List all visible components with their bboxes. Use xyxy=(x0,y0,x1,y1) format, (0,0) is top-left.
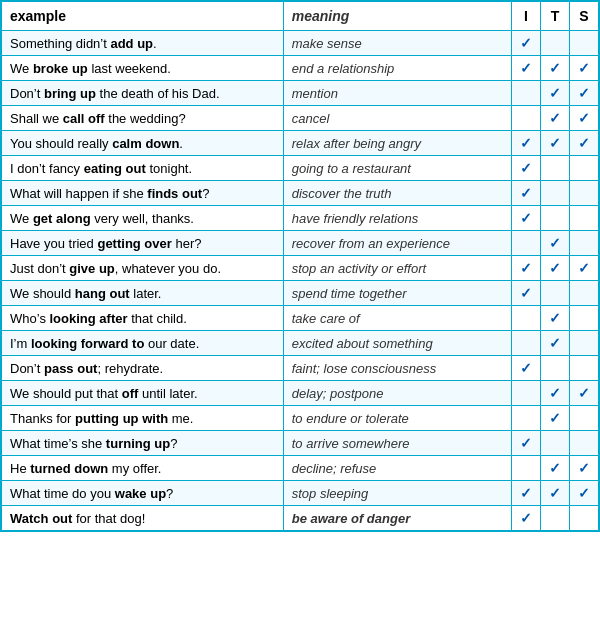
table-row-meaning: spend time together xyxy=(283,281,511,306)
table-row-example: What time’s she turning up? xyxy=(1,431,283,456)
table-row-example: Thanks for putting up with me. xyxy=(1,406,283,431)
table-row-meaning: take care of xyxy=(283,306,511,331)
table-row-s: ✓ xyxy=(569,481,599,506)
table-row-meaning: have friendly relations xyxy=(283,206,511,231)
table-row-example: Something didn’t add up. xyxy=(1,31,283,56)
table-row-example: What will happen if she finds out? xyxy=(1,181,283,206)
table-row-s xyxy=(569,231,599,256)
table-row-t xyxy=(540,356,569,381)
table-row-meaning: end a relationship xyxy=(283,56,511,81)
header-meaning: meaning xyxy=(283,1,511,31)
table-row-s xyxy=(569,406,599,431)
table-row-t xyxy=(540,506,569,532)
table-row-meaning: stop sleeping xyxy=(283,481,511,506)
table-row-i xyxy=(511,81,540,106)
table-row-s xyxy=(569,356,599,381)
table-row-example: We should put that off until later. xyxy=(1,381,283,406)
table-row-meaning: to arrive somewhere xyxy=(283,431,511,456)
table-row-example: We broke up last weekend. xyxy=(1,56,283,81)
table-row-t xyxy=(540,181,569,206)
table-row-t: ✓ xyxy=(540,456,569,481)
table-row-meaning: to endure or tolerate xyxy=(283,406,511,431)
table-row-t xyxy=(540,431,569,456)
table-row-t xyxy=(540,31,569,56)
table-row-t: ✓ xyxy=(540,306,569,331)
table-row-example: Shall we call off the wedding? xyxy=(1,106,283,131)
table-row-t: ✓ xyxy=(540,81,569,106)
table-row-t: ✓ xyxy=(540,256,569,281)
table-row-example: He turned down my offer. xyxy=(1,456,283,481)
table-row-t: ✓ xyxy=(540,106,569,131)
table-row-meaning: relax after being angry xyxy=(283,131,511,156)
table-row-meaning: make sense xyxy=(283,31,511,56)
table-row-meaning: faint; lose consciousness xyxy=(283,356,511,381)
table-row-s: ✓ xyxy=(569,81,599,106)
table-row-s xyxy=(569,156,599,181)
header-i: I xyxy=(511,1,540,31)
table-row-i: ✓ xyxy=(511,281,540,306)
table-row-example: Who’s looking after that child. xyxy=(1,306,283,331)
table-row-i: ✓ xyxy=(511,181,540,206)
table-row-s: ✓ xyxy=(569,131,599,156)
table-row-i xyxy=(511,231,540,256)
table-row-i: ✓ xyxy=(511,31,540,56)
table-row-meaning: mention xyxy=(283,81,511,106)
table-row-example: Have you tried getting over her? xyxy=(1,231,283,256)
table-row-s xyxy=(569,281,599,306)
table-row-s xyxy=(569,506,599,532)
table-row-t xyxy=(540,156,569,181)
table-row-s xyxy=(569,331,599,356)
table-row-t: ✓ xyxy=(540,131,569,156)
header-t: T xyxy=(540,1,569,31)
table-row-i: ✓ xyxy=(511,56,540,81)
table-row-i xyxy=(511,456,540,481)
table-row-i: ✓ xyxy=(511,481,540,506)
table-row-example: What time do you wake up? xyxy=(1,481,283,506)
table-row-t: ✓ xyxy=(540,481,569,506)
table-row-meaning: be aware of danger xyxy=(283,506,511,532)
table-row-s xyxy=(569,31,599,56)
table-row-meaning: discover the truth xyxy=(283,181,511,206)
table-row-t xyxy=(540,281,569,306)
table-row-s xyxy=(569,431,599,456)
table-row-s xyxy=(569,306,599,331)
table-row-example: We should hang out later. xyxy=(1,281,283,306)
table-row-meaning: recover from an experience xyxy=(283,231,511,256)
table-row-i: ✓ xyxy=(511,256,540,281)
table-row-example: Don’t pass out; rehydrate. xyxy=(1,356,283,381)
table-row-i: ✓ xyxy=(511,506,540,532)
table-row-meaning: going to a restaurant xyxy=(283,156,511,181)
header-s: S xyxy=(569,1,599,31)
table-row-s: ✓ xyxy=(569,256,599,281)
table-row-t xyxy=(540,206,569,231)
table-row-s: ✓ xyxy=(569,381,599,406)
table-row-example: Just don’t give up, whatever you do. xyxy=(1,256,283,281)
table-row-s: ✓ xyxy=(569,456,599,481)
phrasal-verbs-table: example meaning I T S Something didn’t a… xyxy=(0,0,600,532)
table-row-t: ✓ xyxy=(540,56,569,81)
table-row-example: Watch out for that dog! xyxy=(1,506,283,532)
table-row-s: ✓ xyxy=(569,106,599,131)
table-row-i: ✓ xyxy=(511,206,540,231)
table-row-example: We get along very well, thanks. xyxy=(1,206,283,231)
table-row-meaning: decline; refuse xyxy=(283,456,511,481)
table-row-example: You should really calm down. xyxy=(1,131,283,156)
table-row-meaning: stop an activity or effort xyxy=(283,256,511,281)
table-row-s: ✓ xyxy=(569,56,599,81)
table-row-i: ✓ xyxy=(511,356,540,381)
table-row-t: ✓ xyxy=(540,406,569,431)
table-row-t: ✓ xyxy=(540,231,569,256)
table-row-meaning: cancel xyxy=(283,106,511,131)
table-row-meaning: excited about something xyxy=(283,331,511,356)
table-row-s xyxy=(569,181,599,206)
table-row-i xyxy=(511,381,540,406)
table-row-meaning: delay; postpone xyxy=(283,381,511,406)
table-row-i xyxy=(511,406,540,431)
table-row-example: I’m looking forward to our date. xyxy=(1,331,283,356)
table-row-i xyxy=(511,106,540,131)
table-row-i: ✓ xyxy=(511,131,540,156)
table-row-i: ✓ xyxy=(511,156,540,181)
table-row-s xyxy=(569,206,599,231)
table-row-i xyxy=(511,306,540,331)
table-row-i: ✓ xyxy=(511,431,540,456)
